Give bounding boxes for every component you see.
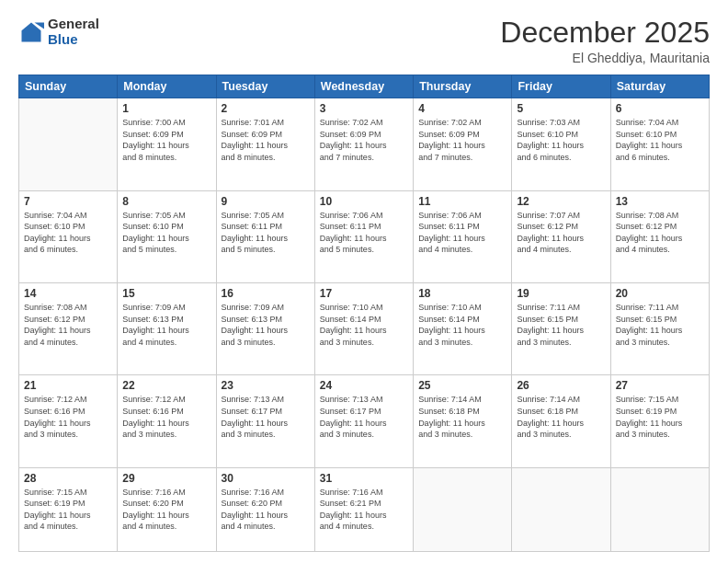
calendar-cell [414,467,512,551]
day-info: Sunrise: 7:10 AMSunset: 6:14 PMDaylight:… [320,302,408,348]
calendar-cell: 11Sunrise: 7:06 AMSunset: 6:11 PMDayligh… [414,190,512,282]
day-number: 26 [517,379,605,392]
weekday-header-thursday: Thursday [414,75,512,98]
calendar-cell: 8Sunrise: 7:05 AMSunset: 6:10 PMDaylight… [118,190,216,282]
day-info: Sunrise: 7:01 AMSunset: 6:09 PMDaylight:… [222,117,310,163]
day-info: Sunrise: 7:11 AMSunset: 6:15 PMDaylight:… [616,302,704,348]
day-number: 7 [24,195,112,208]
day-info: Sunrise: 7:08 AMSunset: 6:12 PMDaylight:… [24,302,112,348]
day-number: 5 [517,102,605,115]
day-number: 10 [320,195,408,208]
day-info: Sunrise: 7:16 AMSunset: 6:20 PMDaylight:… [122,487,210,533]
weekday-header-monday: Monday [118,75,216,98]
day-number: 16 [222,287,310,300]
day-info: Sunrise: 7:05 AMSunset: 6:10 PMDaylight:… [122,210,210,256]
day-number: 12 [517,195,605,208]
day-number: 8 [122,195,210,208]
day-info: Sunrise: 7:15 AMSunset: 6:19 PMDaylight:… [24,487,112,533]
day-number: 6 [616,102,704,115]
day-number: 9 [222,195,310,208]
calendar-cell: 9Sunrise: 7:05 AMSunset: 6:11 PMDaylight… [216,190,314,282]
calendar-cell: 18Sunrise: 7:10 AMSunset: 6:14 PMDayligh… [414,282,512,374]
day-number: 29 [122,472,210,485]
calendar-cell: 19Sunrise: 7:11 AMSunset: 6:15 PMDayligh… [512,282,610,374]
calendar-cell: 4Sunrise: 7:02 AMSunset: 6:09 PMDaylight… [414,98,512,190]
header: General Blue December 2025 El Gheddiya, … [18,17,710,65]
calendar-week-1: 1Sunrise: 7:00 AMSunset: 6:09 PMDaylight… [19,98,710,190]
day-info: Sunrise: 7:09 AMSunset: 6:13 PMDaylight:… [122,302,210,348]
day-number: 2 [222,102,310,115]
day-info: Sunrise: 7:10 AMSunset: 6:14 PMDaylight:… [418,302,506,348]
title-block: December 2025 El Gheddiya, Mauritania [500,17,710,65]
day-info: Sunrise: 7:06 AMSunset: 6:11 PMDaylight:… [320,210,408,256]
day-number: 22 [122,379,210,392]
day-number: 13 [616,195,704,208]
day-info: Sunrise: 7:00 AMSunset: 6:09 PMDaylight:… [122,117,210,163]
calendar-cell: 14Sunrise: 7:08 AMSunset: 6:12 PMDayligh… [19,282,118,374]
day-info: Sunrise: 7:16 AMSunset: 6:21 PMDaylight:… [320,487,408,533]
calendar-cell: 1Sunrise: 7:00 AMSunset: 6:09 PMDaylight… [118,98,216,190]
calendar-week-4: 21Sunrise: 7:12 AMSunset: 6:16 PMDayligh… [19,375,710,467]
calendar-cell [610,467,709,551]
calendar-week-5: 28Sunrise: 7:15 AMSunset: 6:19 PMDayligh… [19,467,710,551]
calendar-cell [19,98,118,190]
calendar-cell: 20Sunrise: 7:11 AMSunset: 6:15 PMDayligh… [610,282,709,374]
calendar-cell: 24Sunrise: 7:13 AMSunset: 6:17 PMDayligh… [314,375,413,467]
calendar-table: SundayMondayTuesdayWednesdayThursdayFrid… [18,75,710,552]
day-number: 17 [320,287,408,300]
weekday-header-saturday: Saturday [610,75,709,98]
logo: General Blue [18,17,99,47]
day-info: Sunrise: 7:07 AMSunset: 6:12 PMDaylight:… [517,210,605,256]
day-number: 11 [418,195,506,208]
day-number: 4 [418,102,506,115]
day-info: Sunrise: 7:12 AMSunset: 6:16 PMDaylight:… [24,394,112,440]
page: General Blue December 2025 El Gheddiya, … [0,0,728,563]
weekday-header-row: SundayMondayTuesdayWednesdayThursdayFrid… [19,75,710,98]
day-info: Sunrise: 7:09 AMSunset: 6:13 PMDaylight:… [222,302,310,348]
month-title: December 2025 [500,17,710,49]
day-info: Sunrise: 7:05 AMSunset: 6:11 PMDaylight:… [222,210,310,256]
day-info: Sunrise: 7:12 AMSunset: 6:16 PMDaylight:… [122,394,210,440]
calendar-cell: 25Sunrise: 7:14 AMSunset: 6:18 PMDayligh… [414,375,512,467]
day-number: 1 [122,102,210,115]
day-info: Sunrise: 7:11 AMSunset: 6:15 PMDaylight:… [517,302,605,348]
day-number: 21 [24,379,112,392]
day-info: Sunrise: 7:04 AMSunset: 6:10 PMDaylight:… [24,210,112,256]
calendar-cell: 23Sunrise: 7:13 AMSunset: 6:17 PMDayligh… [216,375,314,467]
day-info: Sunrise: 7:13 AMSunset: 6:17 PMDaylight:… [320,394,408,440]
day-info: Sunrise: 7:02 AMSunset: 6:09 PMDaylight:… [418,117,506,163]
weekday-header-sunday: Sunday [19,75,118,98]
weekday-header-friday: Friday [512,75,610,98]
calendar-cell [512,467,610,551]
day-number: 28 [24,472,112,485]
day-number: 25 [418,379,506,392]
day-info: Sunrise: 7:13 AMSunset: 6:17 PMDaylight:… [222,394,310,440]
day-info: Sunrise: 7:03 AMSunset: 6:10 PMDaylight:… [517,117,605,163]
calendar-cell: 3Sunrise: 7:02 AMSunset: 6:09 PMDaylight… [314,98,413,190]
day-info: Sunrise: 7:14 AMSunset: 6:18 PMDaylight:… [517,394,605,440]
weekday-header-wednesday: Wednesday [314,75,413,98]
day-number: 30 [222,472,310,485]
day-number: 15 [122,287,210,300]
calendar-cell: 13Sunrise: 7:08 AMSunset: 6:12 PMDayligh… [610,190,709,282]
calendar-cell: 27Sunrise: 7:15 AMSunset: 6:19 PMDayligh… [610,375,709,467]
svg-marker-0 [22,22,41,41]
calendar-cell: 5Sunrise: 7:03 AMSunset: 6:10 PMDaylight… [512,98,610,190]
location: El Gheddiya, Mauritania [500,51,710,65]
day-number: 31 [320,472,408,485]
day-number: 23 [222,379,310,392]
day-number: 24 [320,379,408,392]
calendar-cell: 31Sunrise: 7:16 AMSunset: 6:21 PMDayligh… [314,467,413,551]
calendar-cell: 12Sunrise: 7:07 AMSunset: 6:12 PMDayligh… [512,190,610,282]
calendar-cell: 17Sunrise: 7:10 AMSunset: 6:14 PMDayligh… [314,282,413,374]
calendar-cell: 26Sunrise: 7:14 AMSunset: 6:18 PMDayligh… [512,375,610,467]
day-number: 19 [517,287,605,300]
calendar-cell: 10Sunrise: 7:06 AMSunset: 6:11 PMDayligh… [314,190,413,282]
calendar-cell: 16Sunrise: 7:09 AMSunset: 6:13 PMDayligh… [216,282,314,374]
day-number: 27 [616,379,704,392]
day-info: Sunrise: 7:06 AMSunset: 6:11 PMDaylight:… [418,210,506,256]
logo-text-general: General Blue [48,17,99,47]
calendar-week-3: 14Sunrise: 7:08 AMSunset: 6:12 PMDayligh… [19,282,710,374]
calendar-cell: 29Sunrise: 7:16 AMSunset: 6:20 PMDayligh… [118,467,216,551]
calendar-cell: 22Sunrise: 7:12 AMSunset: 6:16 PMDayligh… [118,375,216,467]
